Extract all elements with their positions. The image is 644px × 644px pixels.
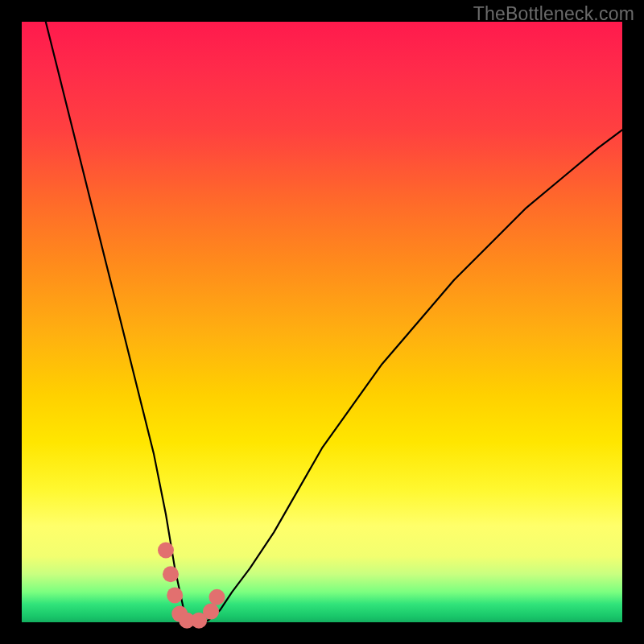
marker-group xyxy=(158,543,225,629)
plot-area xyxy=(22,22,622,622)
curve-marker xyxy=(167,587,183,603)
curve-marker xyxy=(163,566,179,582)
curve-marker xyxy=(209,589,225,605)
watermark-text: TheBottleneck.com xyxy=(473,3,634,25)
chart-frame: TheBottleneck.com xyxy=(0,0,644,644)
bottleneck-curve xyxy=(46,22,622,622)
curve-marker xyxy=(203,604,219,620)
curve-marker xyxy=(158,543,174,559)
chart-svg xyxy=(22,22,622,622)
